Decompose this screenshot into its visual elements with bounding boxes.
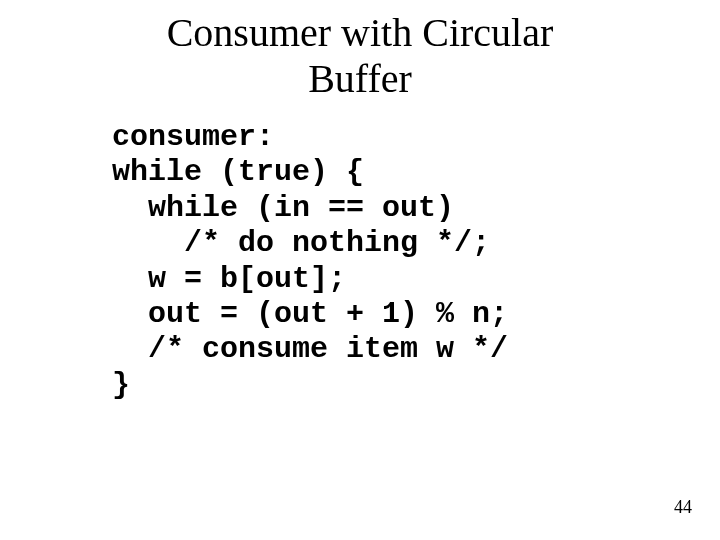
code-line-1: while (true) { xyxy=(112,155,364,189)
code-line-3: /* do nothing */; xyxy=(112,226,490,260)
title-line-2: Buffer xyxy=(308,56,412,101)
title-line-1: Consumer with Circular xyxy=(167,10,554,55)
code-line-6: /* consume item w */ xyxy=(112,332,508,366)
code-line-7: } xyxy=(112,368,130,402)
code-line-5: out = (out + 1) % n; xyxy=(112,297,508,331)
slide-title: Consumer with Circular Buffer xyxy=(0,0,720,102)
code-line-0: consumer: xyxy=(112,120,274,154)
code-block: consumer: while (true) { while (in == ou… xyxy=(112,120,508,403)
code-line-4: w = b[out]; xyxy=(112,262,346,296)
page-number: 44 xyxy=(674,497,692,518)
slide: Consumer with Circular Buffer consumer: … xyxy=(0,0,720,540)
code-line-2: while (in == out) xyxy=(112,191,454,225)
